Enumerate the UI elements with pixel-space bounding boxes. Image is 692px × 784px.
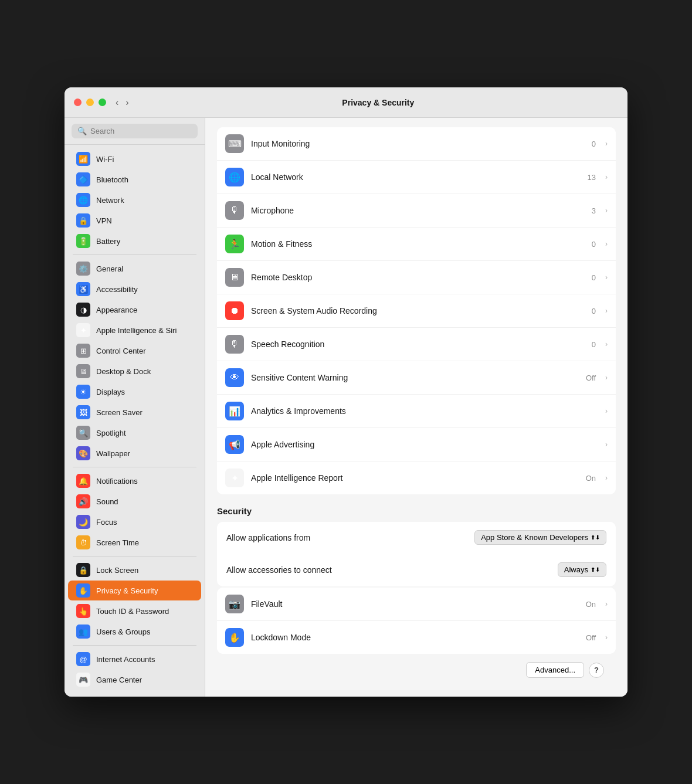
- sidebar-item-bluetooth[interactable]: 🔷Bluetooth: [68, 169, 201, 189]
- sidebar-item-appearance[interactable]: ◑Appearance: [68, 300, 201, 320]
- privacy-row-apple-advertising[interactable]: 📢Apple Advertising›: [217, 428, 616, 461]
- sidebar-label-desktop-dock: Desktop & Dock: [96, 367, 151, 376]
- allow-apps-dropdown[interactable]: App Store & Known Developers ⬆⬇: [474, 530, 606, 545]
- sidebar-item-vpn[interactable]: 🔒VPN: [68, 211, 201, 230]
- sidebar-icon-vpn: 🔒: [76, 213, 90, 228]
- sidebar-label-control-center: Control Center: [96, 347, 146, 355]
- privacy-row-microphone[interactable]: 🎙Microphone3›: [217, 194, 616, 228]
- privacy-row-sensitive-content[interactable]: 👁Sensitive Content WarningOff›: [217, 361, 616, 395]
- sidebar-item-desktop-dock[interactable]: 🖥Desktop & Dock: [68, 361, 201, 381]
- allow-accessories-stepper[interactable]: Always ⬆⬇: [558, 562, 606, 577]
- allow-apps-row[interactable]: Allow applications from App Store & Know…: [217, 522, 616, 553]
- search-wrap[interactable]: 🔍: [72, 124, 198, 138]
- sidebar-item-network[interactable]: 🌐Network: [68, 190, 201, 210]
- sidebar-item-users-groups[interactable]: 👥Users & Groups: [68, 622, 201, 642]
- privacy-icon-screen-audio: ⏺: [225, 301, 244, 320]
- sidebar-group-4: @Internet Accounts🎮Game Center: [65, 649, 205, 690]
- sidebar-item-accessibility[interactable]: ♿Accessibility: [68, 279, 201, 299]
- sidebar-label-sound: Sound: [96, 497, 118, 506]
- sidebar-icon-displays: ☀: [76, 385, 90, 399]
- sidebar-item-spotlight[interactable]: 🔍Spotlight: [68, 423, 201, 443]
- close-button[interactable]: [74, 99, 82, 106]
- sidebar-item-general[interactable]: ⚙️General: [68, 259, 201, 279]
- privacy-label-apple-advertising: Apple Advertising: [251, 440, 589, 449]
- minimize-button[interactable]: [86, 99, 94, 106]
- sidebar-icon-game-center: 🎮: [76, 673, 90, 687]
- allow-accessories-value: Always: [564, 565, 588, 574]
- sidebar-item-internet-accounts[interactable]: @Internet Accounts: [68, 649, 201, 669]
- sidebar-icon-touch-id: 👆: [76, 604, 90, 618]
- sidebar-icon-appearance: ◑: [76, 303, 90, 317]
- sidebar-group-0: 📶Wi-Fi🔷Bluetooth🌐Network🔒VPN🔋Battery: [65, 149, 205, 251]
- privacy-row-apple-intelligence-report[interactable]: ✦Apple Intelligence ReportOn›: [217, 461, 616, 494]
- chevron-icon-screen-audio: ›: [605, 307, 608, 315]
- chevron-icon-local-network: ›: [605, 173, 608, 181]
- security-value-lockdown-mode: Off: [586, 633, 596, 642]
- sidebar-item-wallpaper[interactable]: 🎨Wallpaper: [68, 443, 201, 463]
- sidebar-icon-bluetooth: 🔷: [76, 172, 90, 186]
- help-button[interactable]: ?: [589, 663, 604, 678]
- chevron-icon-speech-recognition: ›: [605, 340, 608, 348]
- sidebar-item-notifications[interactable]: 🔔Notifications: [68, 471, 201, 491]
- sidebar-item-battery[interactable]: 🔋Battery: [68, 231, 201, 251]
- privacy-icon-microphone: 🎙: [225, 201, 244, 220]
- maximize-button[interactable]: [99, 99, 106, 106]
- sidebar-label-privacy-security: Privacy & Security: [96, 586, 158, 595]
- sidebar-item-privacy-security[interactable]: ✋Privacy & Security: [68, 581, 201, 600]
- sidebar-group-2: 🔔Notifications🔊Sound🌙Focus⏱Screen Time: [65, 471, 205, 552]
- sidebar-item-sound[interactable]: 🔊Sound: [68, 491, 201, 511]
- privacy-value-motion-fitness: 0: [592, 240, 596, 249]
- sidebar-icon-general: ⚙️: [76, 262, 90, 276]
- chevron-icon-apple-intelligence-report: ›: [605, 474, 608, 482]
- sidebar-label-bluetooth: Bluetooth: [96, 175, 128, 184]
- privacy-row-speech-recognition[interactable]: 🎙Speech Recognition0›: [217, 328, 616, 361]
- sidebar-item-game-center[interactable]: 🎮Game Center: [68, 670, 201, 690]
- sidebar-item-screen-time[interactable]: ⏱Screen Time: [68, 532, 201, 552]
- security-row-filevault[interactable]: 📷FileVaultOn›: [217, 588, 616, 621]
- privacy-value-speech-recognition: 0: [592, 340, 596, 349]
- privacy-rows-list: ⌨Input Monitoring0›🌐Local Network13›🎙Mic…: [205, 127, 627, 494]
- privacy-label-screen-audio: Screen & System Audio Recording: [251, 306, 585, 315]
- privacy-label-remote-desktop: Remote Desktop: [251, 273, 585, 282]
- privacy-row-analytics[interactable]: 📊Analytics & Improvements›: [217, 395, 616, 428]
- back-button[interactable]: ‹: [113, 96, 121, 109]
- security-row-lockdown-mode[interactable]: ✋Lockdown ModeOff›: [217, 621, 616, 654]
- sidebar-item-wifi[interactable]: 📶Wi-Fi: [68, 149, 201, 169]
- privacy-row-remote-desktop[interactable]: 🖥Remote Desktop0›: [217, 261, 616, 294]
- chevron-icon-microphone: ›: [605, 206, 608, 215]
- privacy-row-motion-fitness[interactable]: 🏃Motion & Fitness0›: [217, 228, 616, 261]
- security-section-header: Security: [205, 495, 627, 522]
- sidebar-label-displays: Displays: [96, 388, 125, 396]
- chevron-icon-remote-desktop: ›: [605, 273, 608, 281]
- privacy-row-local-network[interactable]: 🌐Local Network13›: [217, 161, 616, 194]
- forward-button[interactable]: ›: [123, 96, 131, 109]
- sidebar-item-touch-id[interactable]: 👆Touch ID & Password: [68, 601, 201, 621]
- main-window: ‹ › Privacy & Security 🔍 📶Wi-Fi🔷Bluetoot…: [65, 87, 627, 697]
- privacy-value-microphone: 3: [592, 206, 596, 215]
- sidebar-divider-3: [73, 645, 196, 646]
- sidebar-label-network: Network: [96, 196, 124, 205]
- privacy-row-screen-audio[interactable]: ⏺Screen & System Audio Recording0›: [217, 294, 616, 328]
- sidebar-label-apple-intelligence: Apple Intelligence & Siri: [96, 326, 177, 335]
- sidebar-items: 📶Wi-Fi🔷Bluetooth🌐Network🔒VPN🔋Battery⚙️Ge…: [65, 145, 205, 695]
- privacy-icon-analytics: 📊: [225, 402, 244, 420]
- chevron-icon-motion-fitness: ›: [605, 240, 608, 248]
- allow-accessories-row[interactable]: Allow accessories to connect Always ⬆⬇: [217, 554, 616, 585]
- sidebar-item-control-center[interactable]: ⊞Control Center: [68, 341, 201, 361]
- sidebar-label-touch-id: Touch ID & Password: [96, 607, 169, 616]
- sidebar-item-lock-screen[interactable]: 🔒Lock Screen: [68, 560, 201, 580]
- search-input[interactable]: [90, 127, 192, 135]
- content-area: 🔍 📶Wi-Fi🔷Bluetooth🌐Network🔒VPN🔋Battery⚙️…: [65, 118, 627, 697]
- sidebar-icon-wallpaper: 🎨: [76, 446, 90, 460]
- sidebar-icon-sound: 🔊: [76, 494, 90, 508]
- sidebar-item-apple-intelligence[interactable]: ✦Apple Intelligence & Siri: [68, 320, 201, 340]
- sidebar-item-screen-saver[interactable]: 🖼Screen Saver: [68, 402, 201, 422]
- privacy-row-input-monitoring[interactable]: ⌨Input Monitoring0›: [217, 127, 616, 161]
- sidebar-icon-privacy-security: ✋: [76, 583, 90, 598]
- advanced-button[interactable]: Advanced...: [526, 662, 584, 678]
- sidebar-icon-internet-accounts: @: [76, 652, 90, 666]
- sidebar-label-screen-saver: Screen Saver: [96, 408, 143, 417]
- privacy-icon-remote-desktop: 🖥: [225, 268, 244, 287]
- sidebar-item-displays[interactable]: ☀Displays: [68, 382, 201, 402]
- sidebar-item-focus[interactable]: 🌙Focus: [68, 512, 201, 532]
